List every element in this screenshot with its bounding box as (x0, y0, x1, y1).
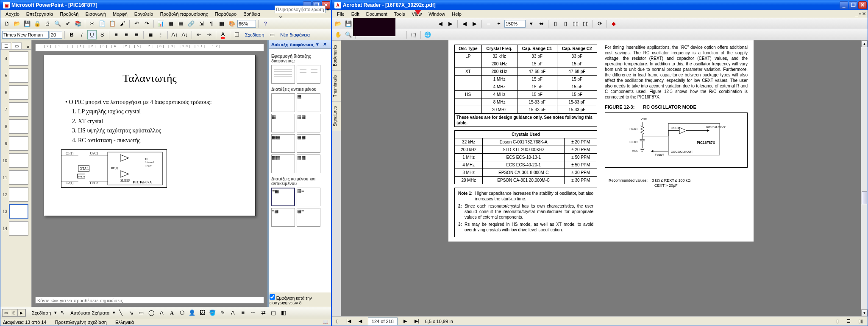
pp-menu-4[interactable]: Μορφή (109, 11, 131, 17)
slide-thumb-10[interactable]: 10 (2, 153, 30, 168)
taskpane-close-icon[interactable]: ✕ (321, 42, 328, 47)
font-size-combo[interactable] (50, 31, 62, 39)
slide-item-1[interactable]: XT crystal (78, 117, 247, 126)
numbered-list-icon[interactable]: ≣ (146, 30, 155, 39)
slide-thumb-11[interactable]: 11 (2, 170, 30, 185)
acro-open-icon[interactable]: 📂 (334, 19, 343, 28)
increase-indent-icon[interactable]: ⇥ (204, 30, 214, 39)
thumbnails-tab[interactable]: Thumbnails (332, 70, 341, 101)
slide-thumb-5[interactable]: 5 (2, 68, 30, 83)
slide-thumb-4[interactable]: 4 (2, 51, 30, 66)
single-page-icon[interactable]: ▯ (551, 19, 560, 28)
scroll-up-icon[interactable]: ▲ (861, 40, 868, 47)
layout-single-icon[interactable]: ▯ (835, 318, 840, 324)
grid-icon[interactable]: ▦ (217, 19, 226, 28)
slide-thumb-8[interactable]: 8 (2, 119, 30, 134)
slide-bullet[interactable]: Ο PIC μπορεί να λειτουργήσει με 4 διαφορ… (65, 98, 247, 107)
slide-item-2[interactable]: HS υψηλής ταχύτητας κρύσταλλος (78, 126, 247, 135)
save-icon[interactable]: 💾 (22, 19, 32, 28)
hand-tool-icon[interactable]: ✋ (334, 30, 343, 39)
clipart-icon[interactable]: 👤 (187, 308, 197, 318)
prev-page-icon[interactable]: ◀ (357, 318, 364, 324)
pp-menu-0[interactable]: Αρχείο (2, 11, 23, 17)
format-painter-icon[interactable]: 🖌 (118, 19, 127, 28)
pp-menu-5[interactable]: Εργαλεία (131, 11, 157, 17)
slide-thumb-6[interactable]: 6 (2, 85, 30, 100)
font-color-icon-2[interactable]: A (228, 308, 237, 318)
hyperlink-icon[interactable]: 🔗 (186, 19, 196, 28)
acro-menu-1[interactable]: Edit (348, 11, 363, 17)
show-on-insert-checkbox[interactable] (270, 294, 275, 300)
pp-menu-2[interactable]: Προβολή (56, 11, 82, 17)
layout-text-content[interactable]: ≡▦ (271, 188, 295, 206)
slide-item-0[interactable]: LP χαμηλής ισχύος crystal (78, 107, 247, 116)
chart-icon[interactable]: 📊 (156, 19, 165, 28)
pp-menu-6[interactable]: Προβολή παρουσίασης (157, 11, 211, 17)
pp-menu-7[interactable]: Παράθυρο (211, 11, 240, 17)
layout-content[interactable]: ▦ (297, 93, 320, 112)
spellcheck-icon[interactable]: ✔ (63, 19, 72, 28)
font-color-icon[interactable]: A (218, 30, 228, 39)
layout-content-text[interactable]: ▦≡ (297, 188, 320, 206)
acro-menu-0[interactable]: File (334, 11, 348, 17)
copy-icon[interactable]: 📄 (97, 19, 107, 28)
arrow-style-icon[interactable]: ⇄ (259, 308, 268, 318)
acro-zoom-combo[interactable] (504, 20, 526, 28)
wordart-icon[interactable]: 𝐀 (167, 308, 176, 318)
slide-thumb-9[interactable]: 9 (2, 136, 30, 151)
acro-maximize-button[interactable]: ❐ (849, 1, 857, 9)
permission-icon[interactable]: 🔒 (33, 19, 42, 28)
layout-4content-b[interactable]: ▦▦ (271, 155, 295, 173)
ebook-icon[interactable]: 🌐 (423, 30, 432, 39)
help-search-input[interactable] (275, 6, 326, 13)
arrow-icon[interactable]: ↘ (126, 308, 136, 318)
3d-style-icon[interactable]: ◧ (279, 308, 288, 318)
rotate-view-icon[interactable]: ⟳ (595, 19, 604, 28)
next-view-icon[interactable]: ▶ (446, 19, 455, 28)
sorter-view-icon[interactable]: ⊞ (10, 309, 18, 316)
zoom-tool-icon[interactable]: 🔍 (344, 30, 353, 39)
layout-2col[interactable] (297, 65, 320, 84)
new-slide-button[interactable]: Νέα διαφάνεια (278, 32, 312, 37)
zoom-combo[interactable] (237, 20, 256, 28)
slide-thumb-13[interactable]: 13 (2, 204, 30, 219)
layout-cont-icon[interactable]: ☰ (845, 318, 852, 324)
line-color-icon[interactable]: ✎ (218, 308, 227, 318)
panel-close-icon[interactable]: ✕ (25, 45, 31, 49)
layout-4content-c[interactable]: ▦▦ (297, 155, 320, 173)
decrease-indent-icon[interactable]: ⇤ (194, 30, 203, 39)
shadow-style-icon[interactable]: ▢ (269, 308, 278, 318)
slideshow-view-icon[interactable]: ▶ (18, 309, 25, 316)
paste-icon[interactable]: 📋 (108, 19, 117, 28)
textbox-icon[interactable]: A (157, 308, 166, 318)
slide-title[interactable]: Ταλαντωτής (53, 72, 247, 85)
pdf-viewport[interactable]: Osc TypeCrystal Freq.Cap. Range C1Cap. R… (341, 40, 861, 316)
slide-item-3[interactable]: RC αντίσταση - πυκνωτής (78, 136, 247, 145)
autoshapes-menu[interactable]: Αυτόματα Σχήματα (68, 310, 112, 315)
line-icon[interactable]: ╲ (116, 308, 125, 318)
last-page-icon[interactable]: ▶| (413, 318, 421, 324)
toggle-navpane-icon[interactable]: ▯ (334, 318, 340, 324)
slide-thumb-14[interactable]: 14 (2, 221, 30, 236)
zoom-in-icon[interactable]: + (494, 19, 504, 28)
continuous-facing-icon[interactable]: ▯▯ (581, 19, 590, 28)
taskpane-dropdown-icon[interactable]: ▾ (316, 42, 319, 47)
prev-view-icon[interactable]: ◀ (436, 19, 445, 28)
align-right-icon[interactable]: ≡ (132, 30, 141, 39)
help-icon[interactable]: ? (261, 19, 270, 28)
acro-menu-5[interactable]: Window (425, 11, 448, 17)
notes-pane[interactable]: Κάντε κλικ για να προσθέσετε σημειώσεις (35, 297, 264, 304)
slide-canvas[interactable]: Ταλαντωτής Ο PIC μπορεί να λειτουργήσει … (44, 55, 256, 216)
slide-thumb-12[interactable]: 12 (2, 187, 30, 202)
italic-icon[interactable]: I (77, 30, 86, 39)
print-icon[interactable]: 🖨 (43, 19, 52, 28)
diagram-icon[interactable]: ⬡ (177, 308, 186, 318)
select-tool-icon[interactable]: ⬚ (409, 30, 418, 39)
layout-text[interactable] (271, 65, 295, 84)
cut-icon[interactable]: ✂ (87, 19, 97, 28)
font-name-combo[interactable] (2, 31, 49, 39)
layout-title-content[interactable]: ▦ (271, 114, 295, 132)
last-page-tb-icon[interactable]: ▶ (470, 19, 479, 28)
zoom-out-icon[interactable]: – (484, 19, 493, 28)
design-icon[interactable]: ☐ (232, 30, 242, 39)
